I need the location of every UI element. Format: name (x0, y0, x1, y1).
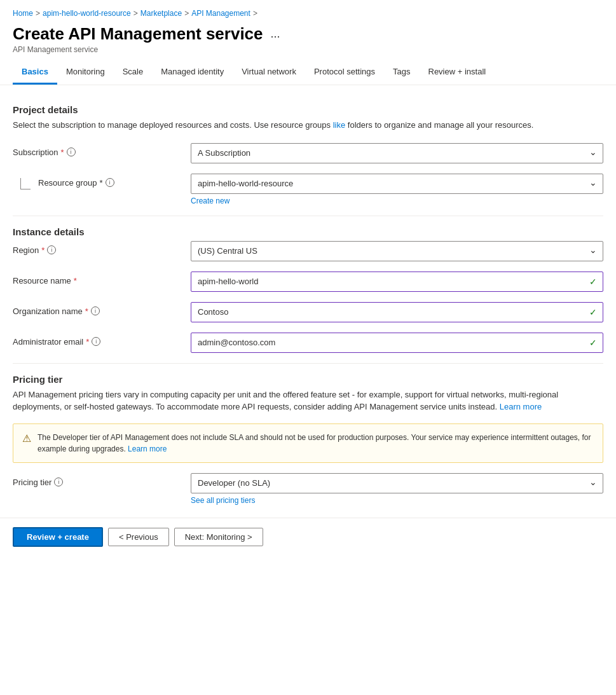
tab-monitoring[interactable]: Monitoring (57, 60, 114, 85)
region-label: Region * i (13, 241, 191, 255)
pricing-tier-select[interactable]: Developer (no SLA) (191, 473, 603, 493)
organization-info-icon[interactable]: i (91, 306, 100, 315)
pricing-tier-select-wrapper: Developer (no SLA) (191, 473, 603, 493)
warning-icon: ⚠ (22, 432, 31, 455)
pricing-tier-label: Pricing tier i (13, 473, 191, 487)
next-button[interactable]: Next: Monitoring > (174, 528, 263, 546)
region-select[interactable]: (US) Central US (191, 241, 603, 261)
admin-email-check-icon: ✓ (589, 338, 597, 348)
tabs-nav: Basics Monitoring Scale Managed identity… (0, 60, 616, 85)
like-link[interactable]: like (333, 120, 346, 130)
project-details-header: Project details (13, 104, 603, 115)
resource-name-input[interactable] (191, 272, 603, 292)
review-create-button[interactable]: Review + create (13, 527, 103, 547)
divider-2 (13, 363, 603, 364)
organization-name-row: Organization name * i ✓ (13, 302, 603, 322)
admin-email-input[interactable] (191, 333, 603, 353)
subscription-select[interactable]: A Subscription (191, 143, 603, 163)
tab-managed-identity[interactable]: Managed identity (152, 60, 233, 85)
create-new-link[interactable]: Create new (191, 196, 229, 205)
page-subtitle: API Management service (13, 45, 603, 54)
breadcrumb-api-management[interactable]: API Management (191, 9, 250, 18)
admin-email-info-icon[interactable]: i (92, 337, 100, 346)
subscription-info-icon[interactable]: i (67, 148, 76, 156)
pricing-tier-row: Pricing tier i Developer (no SLA) See al… (13, 473, 603, 505)
see-all-pricing-tiers-link[interactable]: See all pricing tiers (191, 496, 255, 505)
pricing-learn-more-link[interactable]: Learn more (500, 402, 542, 411)
breadcrumb-home[interactable]: Home (13, 9, 33, 18)
breadcrumb: Home > apim-hello-world-resource > Marke… (0, 0, 616, 22)
resource-name-check-icon: ✓ (589, 277, 597, 287)
resource-group-info-icon[interactable]: i (106, 178, 114, 187)
tab-protocol-settings[interactable]: Protocol settings (305, 60, 384, 85)
subscription-row: Subscription * i A Subscription (13, 143, 603, 163)
warning-text: The Developer tier of API Management doe… (38, 432, 594, 455)
resource-group-select-wrapper: apim-hello-world-resource (191, 174, 603, 194)
resource-group-label: Resource group * i (38, 174, 191, 188)
previous-button[interactable]: < Previous (108, 528, 169, 546)
tab-basics[interactable]: Basics (13, 60, 57, 85)
tab-virtual-network[interactable]: Virtual network (233, 60, 305, 85)
admin-email-label: Administrator email * i (13, 333, 191, 347)
instance-details-header: Instance details (13, 226, 603, 237)
resource-group-select[interactable]: apim-hello-world-resource (191, 174, 603, 194)
tab-review-install[interactable]: Review + install (420, 60, 495, 85)
pricing-tier-header: Pricing tier (13, 374, 603, 385)
page-title: Create API Management service (13, 24, 263, 44)
pricing-tier-desc: API Management pricing tiers vary in com… (13, 389, 603, 413)
warning-box: ⚠ The Developer tier of API Management d… (13, 423, 603, 463)
page-title-section: Create API Management service ... API Ma… (0, 22, 616, 60)
ellipsis-button[interactable]: ... (268, 26, 283, 42)
organization-name-label: Organization name * i (13, 302, 191, 316)
breadcrumb-resource[interactable]: apim-hello-world-resource (43, 9, 131, 18)
admin-email-row: Administrator email * i ✓ (13, 333, 603, 353)
divider-1 (13, 216, 603, 216)
bottom-bar: Review + create < Previous Next: Monitor… (0, 518, 616, 556)
subscription-label: Subscription * i (13, 143, 191, 157)
pricing-tier-info-icon[interactable]: i (54, 478, 63, 486)
resource-name-label: Resource name * (13, 272, 191, 286)
resource-name-row: Resource name * ✓ (13, 272, 603, 292)
organization-check-icon: ✓ (589, 307, 597, 317)
resource-group-row: Resource group * i apim-hello-world-reso… (13, 174, 603, 205)
region-select-wrapper: (US) Central US (191, 241, 603, 261)
warning-learn-more-link[interactable]: Learn more (128, 444, 167, 453)
region-info-icon[interactable]: i (47, 245, 56, 254)
breadcrumb-marketplace[interactable]: Marketplace (140, 9, 182, 18)
tab-scale[interactable]: Scale (114, 60, 153, 85)
tab-tags[interactable]: Tags (384, 60, 419, 85)
region-row: Region * i (US) Central US (13, 241, 603, 261)
subscription-select-wrapper: A Subscription (191, 143, 603, 163)
organization-name-input[interactable] (191, 302, 603, 322)
project-details-desc: Select the subscription to manage deploy… (13, 119, 603, 132)
